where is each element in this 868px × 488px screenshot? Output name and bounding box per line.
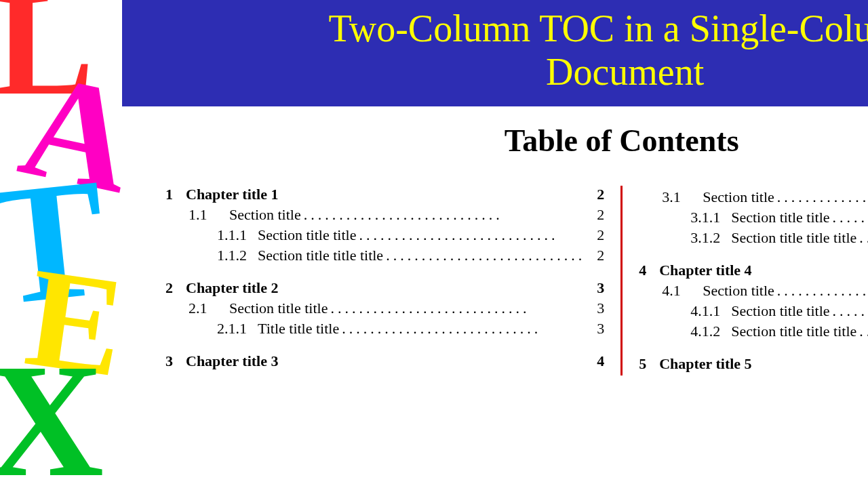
toc-entry-label: Chapter title 4 bbox=[659, 262, 751, 279]
toc-entry: 4.1.2Section title title title..........… bbox=[639, 323, 868, 340]
banner-line-2: Document bbox=[546, 51, 704, 93]
banner-line-1: Two-Column TOC in a Single-Column bbox=[328, 7, 868, 49]
toc-leader-dots: ............................ bbox=[356, 226, 588, 244]
toc-entry: 3.1.2Section title title title..........… bbox=[639, 229, 868, 247]
toc-entry-label: Section title title title bbox=[731, 323, 856, 340]
toc-entry-page: 2 bbox=[588, 226, 604, 244]
toc-entry-page: 2 bbox=[588, 247, 604, 264]
toc-entry: 4.1.1Section title title................… bbox=[639, 302, 868, 320]
toc-entry: 1Chapter title 1........................… bbox=[165, 186, 604, 203]
toc-leader-dots: ............................ bbox=[830, 209, 868, 226]
toc-entry-number: 2.1 bbox=[189, 300, 229, 317]
title-banner: Two-Column TOC in a Single-Column Docume… bbox=[122, 0, 868, 106]
toc-entry-label: Chapter title 1 bbox=[186, 186, 278, 203]
toc-entry-label: Title title title bbox=[258, 320, 339, 338]
latex-letter: X bbox=[0, 339, 104, 488]
toc-leader-dots: ............................ bbox=[774, 282, 868, 300]
toc-entry-number: 3.1.2 bbox=[690, 229, 731, 247]
toc-entry-number: 1.1.2 bbox=[217, 247, 258, 264]
toc-entry-page: 3 bbox=[588, 320, 604, 338]
toc-entry-number: 1.1.1 bbox=[217, 226, 258, 244]
toc-entry-number: 4 bbox=[639, 262, 659, 279]
toc-entry-number: 1.1 bbox=[189, 206, 229, 224]
toc-entry: 5Chapter title 5........................… bbox=[639, 355, 868, 373]
toc-entry-label: Section title title bbox=[229, 300, 328, 317]
toc-entry-label: Section title bbox=[703, 188, 774, 206]
toc-entry-number: 3 bbox=[165, 352, 186, 370]
toc-entry-label: Section title title bbox=[258, 226, 356, 244]
toc-entry-label: Chapter title 5 bbox=[659, 355, 751, 373]
toc-entry: 3.1.1Section title title................… bbox=[639, 209, 868, 226]
toc-entry-label: Section title title title bbox=[731, 229, 856, 247]
toc-entry-page: 3 bbox=[588, 300, 604, 317]
toc-entry-label: Chapter title 2 bbox=[186, 279, 278, 297]
toc-column-left: 1Chapter title 1........................… bbox=[149, 186, 620, 375]
document-area: Table of Contents 1Chapter title 1......… bbox=[122, 106, 868, 488]
toc-entry: 4Chapter title 4........................… bbox=[639, 262, 868, 279]
latex-logo-sidebar: LATEX bbox=[0, 0, 122, 488]
toc-entry-number: 3.1.1 bbox=[690, 209, 731, 226]
toc-heading: Table of Contents bbox=[149, 123, 868, 159]
toc-entry-number: 5 bbox=[639, 355, 659, 373]
toc-entry-label: Section title title bbox=[731, 302, 829, 320]
toc-entry-label: Chapter title 3 bbox=[186, 352, 278, 370]
toc-entry: 4.1Section title........................… bbox=[639, 282, 868, 300]
toc-entry: 3Chapter title 3........................… bbox=[165, 352, 604, 370]
toc-column-right: 3.1Section title........................… bbox=[623, 186, 868, 375]
toc-entry-number: 2 bbox=[165, 279, 186, 297]
toc-entry-number: 3.1 bbox=[662, 188, 703, 206]
toc-entry: 1.1.2Section title title title..........… bbox=[165, 247, 604, 264]
toc-entry-number: 4.1 bbox=[662, 282, 703, 300]
toc-entry-number: 4.1.2 bbox=[690, 323, 731, 340]
toc-entry-page: 4 bbox=[588, 352, 604, 370]
toc-entry: 2.1Section title title..................… bbox=[165, 300, 604, 317]
toc-leader-dots: ............................ bbox=[830, 302, 868, 320]
toc-leader-dots: ............................ bbox=[328, 300, 588, 317]
toc-leader-dots: ............................ bbox=[339, 320, 588, 338]
toc-entry: 2Chapter title 2........................… bbox=[165, 279, 604, 297]
toc-entry-page: 2 bbox=[588, 186, 604, 203]
toc-entry: 1.1.1Section title title................… bbox=[165, 226, 604, 244]
toc-entry-page: 2 bbox=[588, 206, 604, 224]
toc-entry-number: 4.1.1 bbox=[690, 302, 731, 320]
toc-leader-dots: ............................ bbox=[301, 206, 588, 224]
toc-entry-label: Section title title title bbox=[258, 247, 383, 264]
toc-entry-number: 2.1.1 bbox=[217, 320, 258, 338]
toc-entry-number: 1 bbox=[165, 186, 186, 203]
toc-leader-dots: ............................ bbox=[774, 188, 868, 206]
toc-entry: 3.1Section title........................… bbox=[639, 188, 868, 206]
toc-entry: 1.1Section title........................… bbox=[165, 206, 604, 224]
toc-entry-page: 3 bbox=[588, 279, 604, 297]
toc-leader-dots: ............................ bbox=[856, 323, 868, 340]
toc-entry-label: Section title bbox=[703, 282, 774, 300]
toc-leader-dots: ............................ bbox=[383, 247, 588, 264]
toc-entry-label: Section title title bbox=[731, 209, 829, 226]
toc-entry: 2.1.1Title title title..................… bbox=[165, 320, 604, 338]
toc-leader-dots: ............................ bbox=[856, 229, 868, 247]
toc-entry-label: Section title bbox=[229, 206, 301, 224]
